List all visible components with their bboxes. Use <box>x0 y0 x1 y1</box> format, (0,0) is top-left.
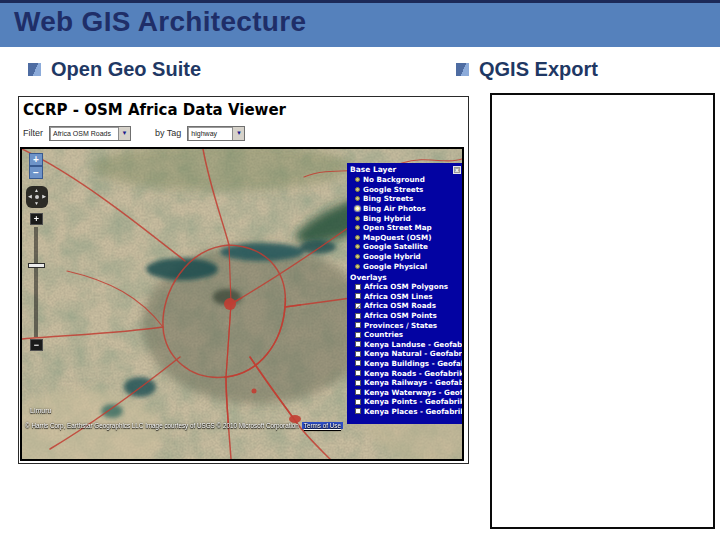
overlay-label: Countries <box>364 330 403 339</box>
checkbox-icon[interactable] <box>355 408 361 414</box>
overlay-item[interactable]: Africa OSM Points <box>347 311 464 321</box>
base-layer-title: Base Layer <box>350 165 396 174</box>
overlays-title: Overlays <box>347 271 464 282</box>
radio-icon[interactable] <box>355 244 360 249</box>
base-layer-item[interactable]: Bing Air Photos <box>347 204 464 214</box>
bullet-open-geo-suite: Open Geo Suite <box>28 58 201 81</box>
overlay-item[interactable]: Kenya Places - Geofabrik <box>347 407 464 417</box>
overlay-item[interactable]: Africa OSM Lines <box>347 292 464 302</box>
radio-icon[interactable] <box>355 225 360 230</box>
pan-south-icon[interactable]: ▼ <box>34 201 39 206</box>
viewer-title: CCRP - OSM Africa Data Viewer <box>23 101 286 119</box>
map-viewport[interactable]: + − ▲ ▼ ◀ ▶ + − Base Layer x No Backgrou… <box>20 147 464 461</box>
base-layer-label: MapQuest (OSM) <box>363 233 431 242</box>
base-layer-item[interactable]: Open Street Map <box>347 223 464 233</box>
radio-icon[interactable] <box>355 264 360 269</box>
checkbox-icon[interactable] <box>355 389 361 395</box>
checkbox-icon[interactable] <box>355 341 361 347</box>
zoom-control: + − <box>29 153 43 179</box>
base-layer-label: Google Physical <box>363 262 427 271</box>
overlay-item[interactable]: Kenya Buildings - Geofabrik <box>347 359 464 369</box>
base-layer-label: Bing Streets <box>363 194 413 203</box>
overlay-label: Africa OSM Points <box>364 311 437 320</box>
base-layer-list: No BackgroundGoogle StreetsBing StreetsB… <box>347 175 464 271</box>
map-attribution: © Harris Corp, Earthstar Geographics LLC… <box>25 422 459 429</box>
checkbox-icon[interactable]: ✓ <box>355 303 361 309</box>
base-layer-label: Bing Air Photos <box>363 204 426 213</box>
overlay-item[interactable]: ✓Africa OSM Roads <box>347 301 464 311</box>
radio-icon[interactable] <box>355 196 360 201</box>
radio-icon[interactable] <box>355 235 360 240</box>
overlay-item[interactable]: Kenya Landuse - Geofabrik <box>347 340 464 350</box>
overlay-item[interactable]: Africa OSM Polygons <box>347 282 464 292</box>
checkbox-icon[interactable] <box>355 399 361 405</box>
chevron-down-icon[interactable]: ▼ <box>118 127 130 140</box>
terms-of-use-link[interactable]: Terms of Use <box>302 422 343 429</box>
checkbox-icon[interactable] <box>355 380 361 386</box>
bullet-qgis-export: QGIS Export <box>456 58 598 81</box>
zoom-in-button[interactable]: + <box>29 153 43 166</box>
close-icon[interactable]: x <box>453 166 461 174</box>
base-layer-item[interactable]: Google Satellite <box>347 242 464 252</box>
overlay-label: Kenya Natural - Geofabrik <box>364 349 464 358</box>
filter-toolbar: Filter Africa OSM Roads ▼ by Tag highway… <box>23 125 245 141</box>
radio-icon[interactable] <box>355 187 360 192</box>
slide: Web GIS Architecture Open Geo Suite QGIS… <box>0 0 720 540</box>
base-layer-item[interactable]: Google Physical <box>347 261 464 271</box>
open-geo-suite-screenshot: CCRP - OSM Africa Data Viewer Filter Afr… <box>18 96 469 464</box>
pan-center-icon[interactable] <box>35 195 39 199</box>
overlay-label: Kenya Railways - Geofabrik <box>364 378 464 387</box>
overlay-list: Africa OSM PolygonsAfrica OSM Lines✓Afri… <box>347 282 464 416</box>
pan-control[interactable]: ▲ ▼ ◀ ▶ <box>26 186 48 208</box>
slide-title: Web GIS Architecture <box>14 6 306 38</box>
overlay-label: Kenya Places - Geofabrik <box>364 407 464 416</box>
slider-zoom-out-button[interactable]: − <box>30 339 43 351</box>
base-layer-label: No Background <box>363 175 425 184</box>
base-layer-label: Google Streets <box>363 185 423 194</box>
base-layer-item[interactable]: Bing Hybrid <box>347 213 464 223</box>
overlay-item[interactable]: Kenya Natural - Geofabrik <box>347 349 464 359</box>
radio-icon[interactable] <box>355 177 360 182</box>
zoom-slider-track[interactable] <box>34 227 38 337</box>
pan-west-icon[interactable]: ◀ <box>28 194 32 199</box>
overlay-item[interactable]: Provinces / States <box>347 320 464 330</box>
base-layer-item[interactable]: MapQuest (OSM) <box>347 233 464 243</box>
slider-zoom-in-button[interactable]: + <box>30 213 43 225</box>
chevron-down-icon[interactable]: ▼ <box>232 127 244 140</box>
base-layer-item[interactable]: Google Streets <box>347 185 464 195</box>
filter-label: Filter <box>23 128 43 138</box>
checkbox-icon[interactable] <box>355 313 361 319</box>
zoom-out-button[interactable]: − <box>29 166 43 179</box>
checkbox-icon[interactable] <box>355 293 361 299</box>
bullet-label: QGIS Export <box>479 58 598 81</box>
overlay-item[interactable]: Kenya Roads - Geofabrik <box>347 368 464 378</box>
overlay-item[interactable]: Kenya Waterways - Geofabrik <box>347 387 464 397</box>
radio-icon[interactable] <box>355 206 360 211</box>
checkbox-icon[interactable] <box>355 351 361 357</box>
base-layer-item[interactable]: Google Hybrid <box>347 252 464 262</box>
bullet-label: Open Geo Suite <box>51 58 201 81</box>
tag-dropdown[interactable]: highway ▼ <box>187 126 245 141</box>
overlay-item[interactable]: Kenya Points - Geofabrik <box>347 397 464 407</box>
zoom-slider-handle[interactable] <box>28 263 45 268</box>
base-layer-item[interactable]: No Background <box>347 175 464 185</box>
checkbox-icon[interactable] <box>355 284 361 290</box>
base-layer-label: Google Satellite <box>363 242 428 251</box>
map-place-label: Limuru <box>30 407 51 414</box>
overlay-item[interactable]: Kenya Railways - Geofabrik <box>347 378 464 388</box>
base-layer-label: Bing Hybrid <box>363 214 411 223</box>
radio-icon[interactable] <box>355 216 360 221</box>
base-layer-label: Google Hybrid <box>363 252 421 261</box>
checkbox-icon[interactable] <box>355 332 361 338</box>
checkbox-icon[interactable] <box>355 322 361 328</box>
checkbox-icon[interactable] <box>355 360 361 366</box>
pan-north-icon[interactable]: ▲ <box>34 188 39 193</box>
overlay-label: Africa OSM Lines <box>364 292 433 301</box>
filter-dropdown[interactable]: Africa OSM Roads ▼ <box>49 126 131 141</box>
overlay-item[interactable]: Countries <box>347 330 464 340</box>
radio-icon[interactable] <box>355 254 360 259</box>
base-layer-item[interactable]: Bing Streets <box>347 194 464 204</box>
layer-switcher-panel: Base Layer x No BackgroundGoogle Streets… <box>347 163 464 424</box>
checkbox-icon[interactable] <box>355 370 361 376</box>
pan-east-icon[interactable]: ▶ <box>42 194 46 199</box>
